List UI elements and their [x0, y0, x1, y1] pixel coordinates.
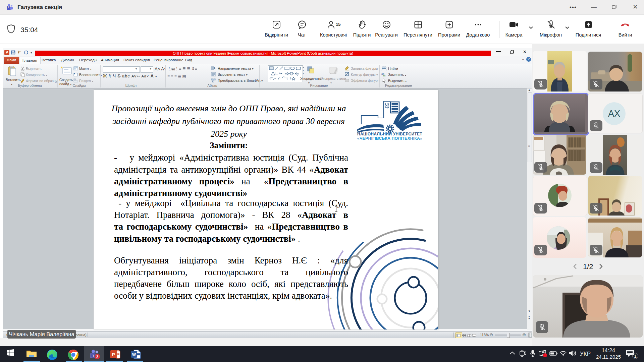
svg-text:W: W: [132, 352, 136, 357]
svg-text:P: P: [112, 352, 115, 357]
svg-text:T: T: [92, 354, 94, 357]
svg-text:«ЧЕРНІГІВСЬКА ПОЛІТЕХНІКА»: «ЧЕРНІГІВСЬКА ПОЛІТЕХНІКА»: [357, 136, 422, 141]
svg-text:ac: ac: [383, 74, 385, 77]
svg-text:T: T: [8, 6, 9, 8]
svg-text:1: 1: [634, 354, 636, 359]
svg-text:НАЦІОНАЛЬНИЙ УНІВЕРСИТЕТ: НАЦІОНАЛЬНИЙ УНІВЕРСИТЕТ: [357, 131, 422, 136]
svg-text:3: 3: [96, 355, 98, 359]
svg-text:15: 15: [336, 22, 340, 27]
